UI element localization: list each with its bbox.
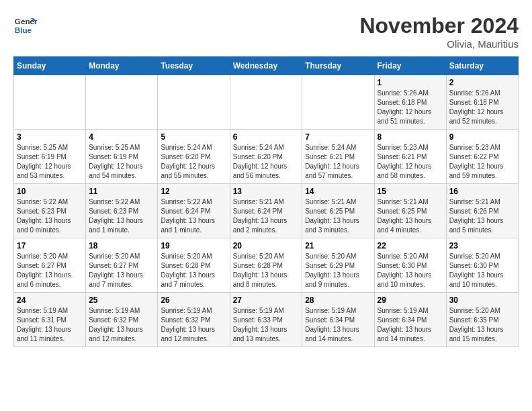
calendar-cell: 2Sunrise: 5:26 AM Sunset: 6:18 PM Daylig…	[446, 75, 518, 130]
day-info: Sunrise: 5:23 AM Sunset: 6:21 PM Dayligh…	[378, 143, 443, 181]
day-number: 8	[378, 132, 443, 142]
calendar-cell: 17Sunrise: 5:20 AM Sunset: 6:27 PM Dayli…	[14, 238, 86, 293]
calendar-table: SundayMondayTuesdayWednesdayThursdayFrid…	[13, 56, 519, 347]
calendar-cell	[86, 75, 158, 130]
day-number: 23	[449, 241, 515, 250]
calendar-cell	[158, 75, 230, 130]
day-info: Sunrise: 5:20 AM Sunset: 6:27 PM Dayligh…	[89, 252, 154, 289]
calendar-cell: 14Sunrise: 5:21 AM Sunset: 6:25 PM Dayli…	[302, 184, 374, 238]
day-number: 28	[305, 295, 371, 305]
day-number: 1	[378, 78, 443, 87]
day-info: Sunrise: 5:22 AM Sunset: 6:23 PM Dayligh…	[17, 197, 83, 235]
day-info: Sunrise: 5:19 AM Sunset: 6:31 PM Dayligh…	[17, 306, 83, 344]
calendar-cell: 6Sunrise: 5:24 AM Sunset: 6:20 PM Daylig…	[230, 130, 302, 184]
calendar-cell: 19Sunrise: 5:20 AM Sunset: 6:28 PM Dayli…	[158, 238, 230, 293]
day-number: 14	[305, 187, 371, 196]
day-number: 17	[17, 241, 83, 250]
calendar-cell	[230, 75, 302, 130]
calendar-cell	[14, 75, 86, 130]
day-number: 27	[233, 295, 300, 305]
calendar-cell: 9Sunrise: 5:23 AM Sunset: 6:22 PM Daylig…	[446, 130, 518, 184]
calendar-cell: 28Sunrise: 5:19 AM Sunset: 6:34 PM Dayli…	[302, 293, 374, 347]
logo: General Blue	[13, 13, 38, 38]
day-info: Sunrise: 5:22 AM Sunset: 6:24 PM Dayligh…	[161, 197, 226, 235]
day-number: 5	[161, 132, 226, 142]
logo-icon: General Blue	[13, 13, 38, 38]
day-info: Sunrise: 5:24 AM Sunset: 6:20 PM Dayligh…	[161, 143, 226, 181]
day-info: Sunrise: 5:25 AM Sunset: 6:19 PM Dayligh…	[17, 143, 83, 181]
day-number: 12	[161, 187, 226, 196]
title-block: November 2024 Olivia, Mauritius	[359, 13, 519, 50]
calendar-cell: 20Sunrise: 5:20 AM Sunset: 6:28 PM Dayli…	[230, 238, 302, 293]
day-number: 10	[17, 187, 83, 196]
calendar-cell: 11Sunrise: 5:22 AM Sunset: 6:23 PM Dayli…	[86, 184, 158, 238]
calendar-cell: 15Sunrise: 5:21 AM Sunset: 6:25 PM Dayli…	[374, 184, 446, 238]
day-number: 2	[449, 78, 515, 87]
day-info: Sunrise: 5:21 AM Sunset: 6:24 PM Dayligh…	[233, 197, 300, 235]
day-number: 20	[233, 241, 300, 250]
day-info: Sunrise: 5:19 AM Sunset: 6:33 PM Dayligh…	[233, 306, 300, 344]
day-info: Sunrise: 5:20 AM Sunset: 6:28 PM Dayligh…	[233, 252, 300, 289]
month-title: November 2024	[359, 13, 519, 38]
day-info: Sunrise: 5:24 AM Sunset: 6:20 PM Dayligh…	[233, 143, 300, 181]
day-info: Sunrise: 5:19 AM Sunset: 6:34 PM Dayligh…	[378, 306, 443, 344]
page-header: General Blue November 2024 Olivia, Mauri…	[13, 13, 519, 50]
calendar-header-row: SundayMondayTuesdayWednesdayThursdayFrid…	[14, 57, 519, 75]
day-info: Sunrise: 5:26 AM Sunset: 6:18 PM Dayligh…	[449, 89, 515, 126]
weekday-header: Tuesday	[158, 57, 230, 75]
day-number: 4	[89, 132, 154, 142]
day-number: 21	[305, 241, 371, 250]
weekday-header: Wednesday	[230, 57, 302, 75]
day-info: Sunrise: 5:25 AM Sunset: 6:19 PM Dayligh…	[89, 143, 154, 181]
day-number: 13	[233, 187, 300, 196]
day-number: 3	[17, 132, 83, 142]
day-info: Sunrise: 5:24 AM Sunset: 6:21 PM Dayligh…	[305, 143, 371, 181]
day-info: Sunrise: 5:20 AM Sunset: 6:27 PM Dayligh…	[17, 252, 83, 289]
calendar-cell: 12Sunrise: 5:22 AM Sunset: 6:24 PM Dayli…	[158, 184, 230, 238]
day-number: 29	[378, 295, 443, 305]
day-info: Sunrise: 5:21 AM Sunset: 6:25 PM Dayligh…	[378, 197, 443, 235]
day-info: Sunrise: 5:20 AM Sunset: 6:35 PM Dayligh…	[449, 306, 515, 344]
weekday-header: Thursday	[302, 57, 374, 75]
calendar-cell: 7Sunrise: 5:24 AM Sunset: 6:21 PM Daylig…	[302, 130, 374, 184]
calendar-cell: 4Sunrise: 5:25 AM Sunset: 6:19 PM Daylig…	[86, 130, 158, 184]
day-number: 18	[89, 241, 154, 250]
calendar-cell: 27Sunrise: 5:19 AM Sunset: 6:33 PM Dayli…	[230, 293, 302, 347]
calendar-week-row: 24Sunrise: 5:19 AM Sunset: 6:31 PM Dayli…	[14, 293, 519, 347]
day-number: 9	[449, 132, 515, 142]
calendar-cell: 24Sunrise: 5:19 AM Sunset: 6:31 PM Dayli…	[14, 293, 86, 347]
weekday-header: Friday	[374, 57, 446, 75]
day-info: Sunrise: 5:20 AM Sunset: 6:30 PM Dayligh…	[449, 252, 515, 289]
calendar-cell: 10Sunrise: 5:22 AM Sunset: 6:23 PM Dayli…	[14, 184, 86, 238]
calendar-cell: 8Sunrise: 5:23 AM Sunset: 6:21 PM Daylig…	[374, 130, 446, 184]
calendar-cell: 30Sunrise: 5:20 AM Sunset: 6:35 PM Dayli…	[446, 293, 518, 347]
day-number: 6	[233, 132, 300, 142]
calendar-cell	[302, 75, 374, 130]
weekday-header: Sunday	[14, 57, 86, 75]
calendar-cell: 3Sunrise: 5:25 AM Sunset: 6:19 PM Daylig…	[14, 130, 86, 184]
calendar-cell: 18Sunrise: 5:20 AM Sunset: 6:27 PM Dayli…	[86, 238, 158, 293]
day-number: 7	[305, 132, 371, 142]
calendar-cell: 21Sunrise: 5:20 AM Sunset: 6:29 PM Dayli…	[302, 238, 374, 293]
day-number: 16	[449, 187, 515, 196]
svg-text:General: General	[15, 17, 38, 26]
calendar-cell: 5Sunrise: 5:24 AM Sunset: 6:20 PM Daylig…	[158, 130, 230, 184]
calendar-cell: 22Sunrise: 5:20 AM Sunset: 6:30 PM Dayli…	[374, 238, 446, 293]
day-number: 11	[89, 187, 154, 196]
calendar-cell: 16Sunrise: 5:21 AM Sunset: 6:26 PM Dayli…	[446, 184, 518, 238]
weekday-header: Monday	[86, 57, 158, 75]
day-number: 30	[449, 295, 515, 305]
calendar-week-row: 17Sunrise: 5:20 AM Sunset: 6:27 PM Dayli…	[14, 238, 519, 293]
calendar-week-row: 1Sunrise: 5:26 AM Sunset: 6:18 PM Daylig…	[14, 75, 519, 130]
day-info: Sunrise: 5:19 AM Sunset: 6:32 PM Dayligh…	[89, 306, 154, 344]
day-info: Sunrise: 5:19 AM Sunset: 6:34 PM Dayligh…	[305, 306, 371, 344]
day-number: 24	[17, 295, 83, 305]
day-info: Sunrise: 5:19 AM Sunset: 6:32 PM Dayligh…	[161, 306, 226, 344]
calendar-cell: 29Sunrise: 5:19 AM Sunset: 6:34 PM Dayli…	[374, 293, 446, 347]
day-info: Sunrise: 5:20 AM Sunset: 6:28 PM Dayligh…	[161, 252, 226, 289]
day-info: Sunrise: 5:21 AM Sunset: 6:26 PM Dayligh…	[449, 197, 515, 235]
calendar-cell: 25Sunrise: 5:19 AM Sunset: 6:32 PM Dayli…	[86, 293, 158, 347]
calendar-week-row: 10Sunrise: 5:22 AM Sunset: 6:23 PM Dayli…	[14, 184, 519, 238]
svg-text:Blue: Blue	[15, 26, 32, 34]
day-info: Sunrise: 5:21 AM Sunset: 6:25 PM Dayligh…	[305, 197, 371, 235]
